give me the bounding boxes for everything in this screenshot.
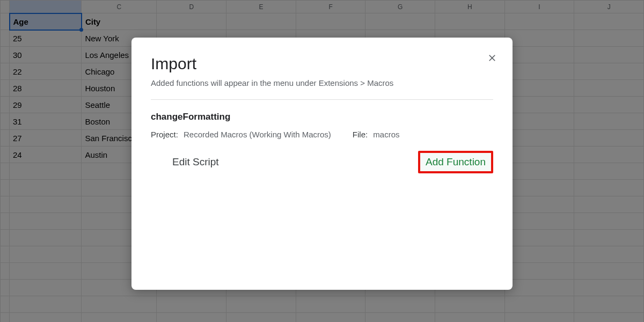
edit-script-button[interactable]: Edit Script [172,156,219,168]
close-icon [487,53,497,63]
function-meta: Project: Recorded Macros (Working With M… [151,130,493,139]
divider [151,99,493,100]
dialog-subtitle: Added functions will appear in the menu … [151,78,493,87]
function-name: changeFormatting [151,112,493,122]
project-label: Project: [151,130,178,139]
file-label: File: [353,130,368,139]
project-value: Recorded Macros (Working With Macros) [184,130,331,139]
dialog-actions: Edit Script Add Function [151,151,493,173]
import-dialog: Import Added functions will appear in th… [131,38,513,290]
add-function-highlight: Add Function [418,151,493,173]
add-function-button[interactable]: Add Function [426,156,486,168]
file-value: macros [373,130,399,139]
modal-overlay: Import Added functions will appear in th… [0,0,644,322]
file-meta: File: macros [353,130,400,139]
dialog-title: Import [151,55,493,73]
project-meta: Project: Recorded Macros (Working With M… [151,130,331,139]
close-button[interactable] [487,53,497,65]
